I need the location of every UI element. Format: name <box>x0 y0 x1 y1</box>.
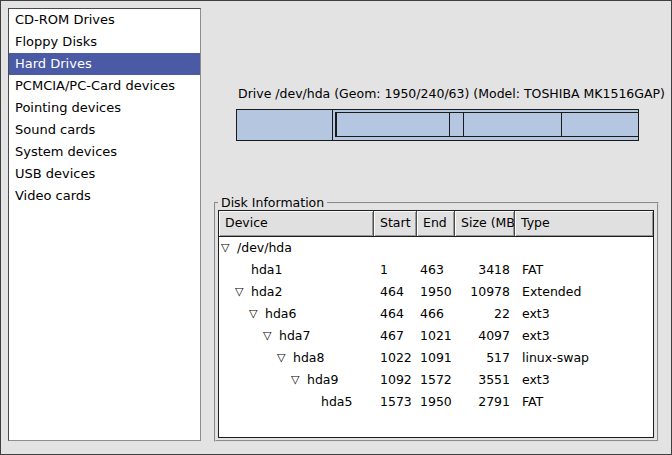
expander-icon[interactable]: ▽ <box>277 347 293 369</box>
cell-size <box>455 237 515 259</box>
cell-size: 22 <box>455 303 515 325</box>
cell-device: ▽hda2 <box>219 281 374 303</box>
sidebar-item-cd-rom-drives[interactable]: CD-ROM Drives <box>9 9 200 31</box>
cell-device: ▽hda6 <box>219 303 374 325</box>
sidebar-item-usb-devices[interactable]: USB devices <box>9 163 200 185</box>
partition-segment-hda8 <box>450 113 464 136</box>
partition-segment-hda9 <box>464 113 562 136</box>
cell-device: ▽/dev/hda <box>219 237 374 259</box>
sidebar-item-system-devices[interactable]: System devices <box>9 141 200 163</box>
device-label: hda7 <box>279 325 310 347</box>
partition-extended-hda2 <box>333 110 638 140</box>
disk-row-hda5[interactable]: hda5157319502791FAT <box>219 391 653 413</box>
cell-type: ext3 <box>515 303 653 325</box>
cell-start: 467 <box>374 325 417 347</box>
table-header-row: DeviceStartEndSize (MB)Type <box>219 211 653 237</box>
disk-row-dev-hda[interactable]: ▽/dev/hda <box>219 237 653 259</box>
cell-start: 1573 <box>374 391 417 413</box>
cell-size: 10978 <box>455 281 515 303</box>
partition-bar-diagram <box>236 109 639 141</box>
disk-row-hda6[interactable]: ▽hda646446622ext3 <box>219 303 653 325</box>
column-header-end[interactable]: End <box>417 211 455 236</box>
cell-end: 1572 <box>417 369 455 391</box>
cell-device: hda5 <box>219 391 374 413</box>
expander-icon[interactable]: ▽ <box>221 237 237 259</box>
cell-end: 1021 <box>417 325 455 347</box>
cell-start: 464 <box>374 303 417 325</box>
sidebar-item-pointing-devices[interactable]: Pointing devices <box>9 97 200 119</box>
expander-icon[interactable]: ▽ <box>291 369 307 391</box>
disk-row-hda7[interactable]: ▽hda746710214097ext3 <box>219 325 653 347</box>
disk-information-table: DeviceStartEndSize (MB)Type ▽/dev/hdahda… <box>218 210 654 438</box>
disk-row-hda1[interactable]: hda114633418FAT <box>219 259 653 281</box>
disk-row-hda8[interactable]: ▽hda810221091517linux-swap <box>219 347 653 369</box>
cell-device: ▽hda7 <box>219 325 374 347</box>
column-header-device[interactable]: Device <box>219 211 374 236</box>
cell-type: ext3 <box>515 325 653 347</box>
sidebar-item-pcmcia-pc-card-devices[interactable]: PCMCIA/PC-Card devices <box>9 75 200 97</box>
cell-end: 463 <box>417 259 455 281</box>
cell-device: ▽hda8 <box>219 347 374 369</box>
device-label: hda9 <box>307 369 338 391</box>
expander-icon[interactable]: ▽ <box>249 303 265 325</box>
partition-segment-hda5 <box>562 113 638 136</box>
cell-end <box>417 237 455 259</box>
cell-device: hda1 <box>219 259 374 281</box>
device-label: hda8 <box>293 347 324 369</box>
cell-start: 1022 <box>374 347 417 369</box>
cell-start <box>374 237 417 259</box>
cell-start: 464 <box>374 281 417 303</box>
drive-geometry-label: Drive /dev/hda (Geom: 1950/240/63) (Mode… <box>238 86 665 101</box>
cell-start: 1092 <box>374 369 417 391</box>
disk-information-frame: Disk Information DeviceStartEndSize (MB)… <box>214 202 659 442</box>
device-category-list: CD-ROM DrivesFloppy DisksHard DrivesPCMC… <box>8 8 201 441</box>
partition-segment-hda7 <box>337 113 450 136</box>
cell-device: ▽hda9 <box>219 369 374 391</box>
cell-end: 466 <box>417 303 455 325</box>
cell-type: linux-swap <box>515 347 653 369</box>
cell-end: 1950 <box>417 391 455 413</box>
disk-information-frame-label: Disk Information <box>218 195 327 210</box>
disk-row-hda2[interactable]: ▽hda2464195010978Extended <box>219 281 653 303</box>
device-label: /dev/hda <box>237 237 292 259</box>
expander-icon[interactable]: ▽ <box>235 281 251 303</box>
cell-end: 1950 <box>417 281 455 303</box>
cell-type: Extended <box>515 281 653 303</box>
cell-type <box>515 237 653 259</box>
cell-size: 3418 <box>455 259 515 281</box>
sidebar-item-video-cards[interactable]: Video cards <box>9 185 200 207</box>
device-label: hda5 <box>321 391 352 413</box>
expander-icon[interactable]: ▽ <box>263 325 279 347</box>
sidebar-item-floppy-disks[interactable]: Floppy Disks <box>9 31 200 53</box>
cell-size: 4097 <box>455 325 515 347</box>
cell-end: 1091 <box>417 347 455 369</box>
cell-start: 1 <box>374 259 417 281</box>
column-header-size-mb[interactable]: Size (MB) <box>455 211 515 236</box>
device-label: hda6 <box>265 303 296 325</box>
hardware-browser-window: CD-ROM DrivesFloppy DisksHard DrivesPCMC… <box>0 0 672 455</box>
device-label: hda1 <box>251 259 282 281</box>
cell-size: 3551 <box>455 369 515 391</box>
partition-segment-hda1 <box>237 110 333 140</box>
partition-extended-box <box>335 112 638 137</box>
cell-type: FAT <box>515 259 653 281</box>
sidebar-item-sound-cards[interactable]: Sound cards <box>9 119 200 141</box>
table-body: ▽/dev/hdahda114633418FAT▽hda246419501097… <box>219 237 653 437</box>
column-header-type[interactable]: Type <box>515 211 653 236</box>
cell-size: 517 <box>455 347 515 369</box>
disk-row-hda9[interactable]: ▽hda9109215723551ext3 <box>219 369 653 391</box>
device-label: hda2 <box>251 281 282 303</box>
sidebar-item-hard-drives[interactable]: Hard Drives <box>9 53 200 75</box>
column-header-start[interactable]: Start <box>374 211 417 236</box>
cell-size: 2791 <box>455 391 515 413</box>
cell-type: ext3 <box>515 369 653 391</box>
cell-type: FAT <box>515 391 653 413</box>
